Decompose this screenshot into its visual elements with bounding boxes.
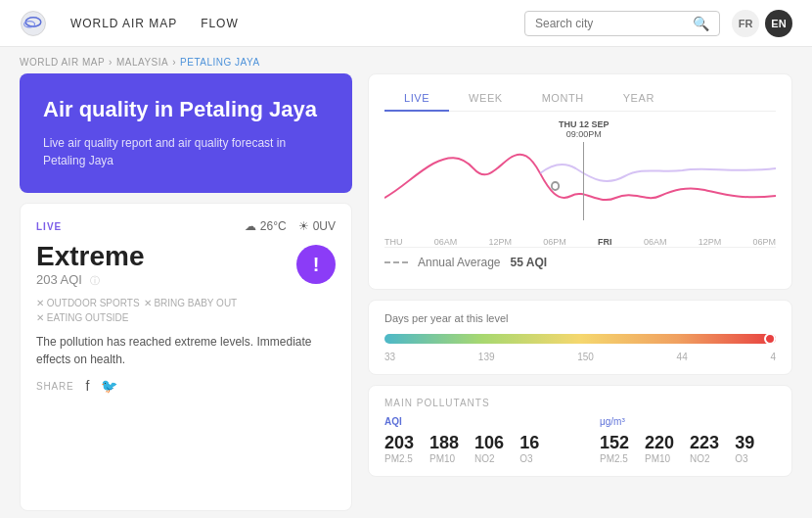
share-row: SHARE f 🐦 [36, 378, 336, 394]
ugm3-no2-value: 223 [690, 433, 719, 453]
aqi-no2-value: 106 [474, 433, 504, 453]
x-label-12pm-2: 12PM [699, 237, 722, 247]
hero-title: Air quality in Petaling Jaya [43, 97, 329, 122]
tab-month[interactable]: MONTH [522, 86, 604, 112]
annual-avg-value: 55 AQI [511, 256, 548, 269]
chart-vertical-line [583, 142, 584, 220]
ugm3-no2-name: NO2 [690, 453, 710, 464]
hero-desc: Live air quality report and air quality … [43, 134, 329, 169]
pollutants-title: MAIN POLLUTANTS [384, 398, 776, 408]
warning-outdoor-sports: ✕ OUTDOOR SPORTS [36, 298, 140, 308]
aqi-col: AQI 203 PM2.5 188 PM10 106 NO [384, 416, 561, 464]
aqi-col-label: AQI [384, 416, 402, 427]
sun-icon: ☀ [298, 219, 309, 233]
aqi-pm10-value: 188 [429, 433, 459, 453]
info-icon: ⓘ [90, 275, 100, 286]
warning-eating-outside: ✕ EATING OUTSIDE [36, 312, 129, 323]
info-card: LIVE ☁ 26°C ☀ 0UV Extreme 203 AQI [20, 203, 352, 511]
ugm3-pm25: 152 PM2.5 [600, 433, 629, 464]
pollutants-card: MAIN POLLUTANTS AQI 203 PM2.5 188 P [368, 385, 792, 477]
search-input[interactable] [535, 17, 687, 30]
temperature-display: ☁ 26°C [245, 219, 287, 233]
breadcrumb-petaling-jaya[interactable]: PETALING JAYA [180, 57, 260, 68]
ugm3-col-header: μg/m³ [600, 416, 776, 427]
live-header: LIVE ☁ 26°C ☀ 0UV [36, 219, 336, 233]
tab-week[interactable]: WEEK [449, 86, 522, 112]
live-stats: ☁ 26°C ☀ 0UV [245, 219, 336, 233]
ugm3-pm10: 220 PM10 [645, 433, 674, 464]
aqi-no2: 106 NO2 [474, 433, 504, 464]
nav-flow[interactable]: FLOW [201, 17, 239, 30]
chart-date-label: THU 12 SEP 09:00PM [559, 119, 609, 220]
aqi-pm25-value: 203 [384, 433, 414, 453]
aqi-value: 203 AQI ⓘ [36, 272, 145, 288]
x-label-06am-2: 06AM [644, 237, 667, 247]
aqi-o3-value: 16 [519, 433, 539, 453]
main-nav: WORLD AIR MAP FLOW [70, 17, 524, 30]
lang-fr-button[interactable]: FR [732, 10, 759, 37]
tab-live[interactable]: LIVE [384, 86, 449, 112]
warning-tags: ✕ OUTDOOR SPORTS ✕ BRING BABY OUT [36, 298, 336, 308]
x-label-thu: THU [384, 237, 403, 247]
bar-label-44: 44 [677, 352, 688, 362]
header-right: 🔍 FR EN [524, 10, 792, 37]
aqi-col-header: AQI [384, 416, 561, 427]
days-title: Days per year at this level [384, 312, 776, 324]
temp-value: 26°C [260, 219, 287, 233]
lang-switcher: FR EN [732, 10, 792, 37]
ugm3-col-label: μg/m³ [600, 416, 625, 427]
aqi-pm10-name: PM10 [429, 453, 455, 464]
ugm3-pm25-value: 152 [600, 433, 629, 453]
chart-time: 09:00PM [559, 129, 609, 139]
gradient-bar [384, 334, 776, 344]
breadcrumb-world-air-map[interactable]: WORLD AIR MAP [20, 57, 105, 68]
pollution-text: The pollution has reached extreme levels… [36, 333, 336, 368]
pollutants-grid: AQI 203 PM2.5 188 PM10 106 NO [384, 416, 776, 464]
facebook-icon[interactable]: f [85, 378, 89, 394]
ugm3-pm25-name: PM2.5 [600, 453, 628, 464]
left-panel: Air quality in Petaling Jaya Live air qu… [20, 73, 352, 511]
bar-label-139: 139 [478, 352, 495, 362]
logo[interactable] [20, 10, 47, 37]
annual-avg-label: Annual Average [418, 256, 501, 269]
ugm3-o3: 39 O3 [735, 433, 754, 464]
chart-tabs: LIVE WEEK MONTH YEAR [384, 86, 776, 112]
share-label: SHARE [36, 381, 73, 392]
header: WORLD AIR MAP FLOW 🔍 FR EN [0, 0, 812, 47]
ugm3-no2: 223 NO2 [690, 433, 719, 464]
ugm3-pm10-value: 220 [645, 433, 674, 453]
ugm3-o3-name: O3 [735, 453, 747, 464]
aqi-info: Extreme 203 AQI ⓘ [36, 241, 145, 288]
dashed-line-icon [384, 261, 408, 263]
warnings: ✕ OUTDOOR SPORTS ✕ BRING BABY OUT ✕ EATI… [36, 298, 336, 323]
ugm3-pm10-name: PM10 [645, 453, 670, 464]
x-label-06pm-2: 06PM [752, 237, 776, 247]
search-box[interactable]: 🔍 [524, 11, 720, 36]
x-label-06am: 06AM [434, 237, 458, 247]
aqi-row: Extreme 203 AQI ⓘ ! [36, 241, 336, 288]
tab-year[interactable]: YEAR [604, 86, 674, 112]
aqi-pm10: 188 PM10 [429, 433, 459, 464]
breadcrumb-malaysia[interactable]: MALAYSIA [116, 57, 168, 68]
live-badge: LIVE [36, 221, 62, 232]
bar-dot [764, 333, 776, 345]
breadcrumb-sep-2: › [172, 57, 176, 68]
uv-display: ☀ 0UV [298, 219, 336, 233]
twitter-icon[interactable]: 🐦 [101, 378, 117, 394]
warning-tags-2: ✕ EATING OUTSIDE [36, 312, 336, 323]
hero-card: Air quality in Petaling Jaya Live air qu… [20, 73, 352, 193]
ugm3-col: μg/m³ 152 PM2.5 220 PM10 223 [600, 416, 776, 464]
aqi-label: Extreme [36, 241, 145, 272]
bar-label-150: 150 [577, 352, 594, 362]
search-icon[interactable]: 🔍 [693, 16, 709, 31]
uv-value: 0UV [313, 219, 336, 233]
lang-en-button[interactable]: EN [765, 10, 792, 37]
days-card: Days per year at this level 33 139 150 4… [368, 300, 792, 375]
bar-label-4: 4 [770, 352, 776, 362]
annual-avg-row: Annual Average 55 AQI [384, 247, 776, 277]
aqi-values-row: 203 PM2.5 188 PM10 106 NO2 16 [384, 433, 561, 464]
aqi-pm25: 203 PM2.5 [384, 433, 414, 464]
nav-world-air-map[interactable]: WORLD AIR MAP [70, 17, 177, 30]
main-content: Air quality in Petaling Jaya Live air qu… [0, 73, 812, 518]
bar-label-33: 33 [384, 352, 395, 362]
